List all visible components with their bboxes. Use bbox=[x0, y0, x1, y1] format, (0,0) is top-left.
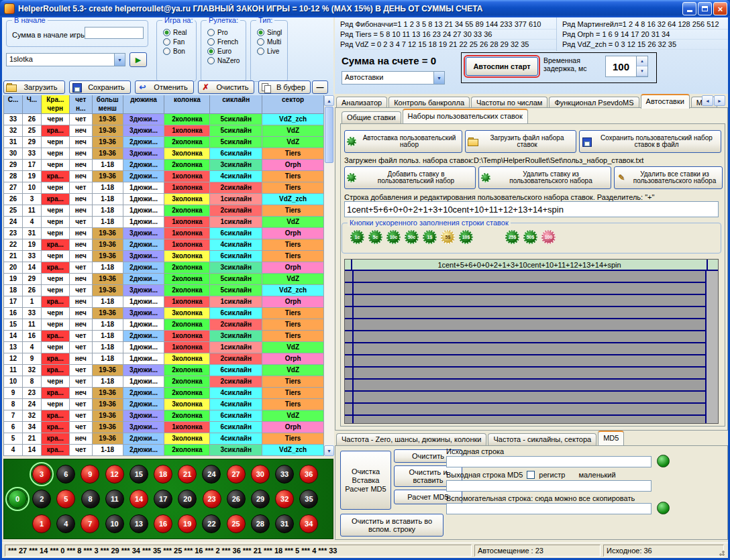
save-button[interactable]: Сохранить bbox=[69, 80, 131, 94]
play-button[interactable]: ▶ bbox=[129, 52, 147, 67]
roulette-number-34[interactable]: 34 bbox=[299, 514, 318, 533]
table-row[interactable]: 732кра...чет19-363дюжи...2колонка6сиклай… bbox=[4, 410, 324, 422]
table-row[interactable]: 521кра...неч19-362дюжи...3колонка4сиклай… bbox=[4, 433, 324, 445]
tab-частота-сиклайны-сектора[interactable]: Частота - сиклайны, сектора bbox=[488, 433, 596, 445]
table-row[interactable]: 1132кра...чет19-363дюжи...2колонка6сикла… bbox=[4, 365, 324, 376]
scroll-thumb[interactable] bbox=[325, 107, 333, 163]
roulette-number-29[interactable]: 29 bbox=[251, 490, 270, 508]
roulette-number-14[interactable]: 14 bbox=[129, 490, 148, 508]
bet-list-row[interactable] bbox=[345, 283, 718, 295]
scroll-up-button[interactable]: ▲ bbox=[324, 95, 334, 106]
bet-list-row[interactable] bbox=[345, 319, 718, 331]
collapse-button[interactable]: — bbox=[312, 80, 328, 94]
bet-list-row[interactable] bbox=[345, 295, 718, 307]
remove-all-bets-button[interactable]: Удалить все ставки из пользовательского … bbox=[614, 166, 723, 189]
dropdown-arrow-icon[interactable]: ▼ bbox=[114, 54, 125, 66]
scroll-down-button[interactable]: ▼ bbox=[324, 445, 334, 456]
roulette-number-17[interactable]: 17 bbox=[154, 490, 172, 508]
chip-button-10$[interactable]: 10$ bbox=[459, 230, 473, 244]
bet-list-row[interactable] bbox=[345, 380, 718, 392]
start-sum-input[interactable] bbox=[85, 27, 144, 39]
copy-to-buffer-button[interactable]: В буфер bbox=[258, 80, 311, 94]
table-row[interactable]: 1929черннеч19-362дюжи...2колонка5сиклайн… bbox=[4, 274, 324, 285]
bet-list-scroll-strip[interactable] bbox=[707, 271, 718, 423]
resize-grip[interactable] bbox=[719, 549, 727, 557]
md5-clear-paste-helper-button[interactable]: Очистить и вставить во вспом. строку bbox=[340, 514, 444, 537]
load-bet-set-file-button[interactable]: Загрузить файл набора ставок bbox=[465, 130, 576, 153]
roulette-number-8[interactable]: 8 bbox=[81, 490, 100, 508]
md5-output-input[interactable] bbox=[446, 480, 651, 492]
roulette-number-10[interactable]: 10 bbox=[105, 514, 124, 533]
close-button[interactable]: × bbox=[713, 2, 727, 15]
table-row[interactable]: 2219кра...неч19-362дюжи...1колонка4сикла… bbox=[4, 239, 324, 251]
roulette-number-23[interactable]: 23 bbox=[203, 490, 221, 508]
bet-list-row[interactable] bbox=[345, 307, 718, 319]
table-row[interactable]: 414кра...чет1-182дюжи...2колонка3сиклайн… bbox=[4, 445, 324, 456]
roulette-number-33[interactable]: 33 bbox=[275, 465, 294, 484]
roulette-number-24[interactable]: 24 bbox=[202, 465, 221, 484]
table-row[interactable]: 1633черннеч19-363дюжи...3колонка6сиклайн… bbox=[4, 308, 324, 319]
table-row[interactable]: 1511черннеч1-181дюжи...2колонка2сиклайнT… bbox=[4, 319, 324, 331]
roulette-number-2[interactable]: 2 bbox=[32, 490, 51, 508]
roulette-number-12[interactable]: 12 bbox=[105, 465, 124, 484]
roulette-number-18[interactable]: 18 bbox=[154, 465, 172, 484]
chip-button-5$[interactable]: 5$ bbox=[441, 230, 455, 244]
table-row[interactable]: 244чернчет1-181дюжи...1колонка1сиклайнVd… bbox=[4, 217, 324, 228]
table-row[interactable]: 263кра...неч1-181дюжи...3колонка1сиклайн… bbox=[4, 194, 324, 205]
roulette-number-19[interactable]: 19 bbox=[178, 514, 197, 533]
roulette-number-5[interactable]: 5 bbox=[56, 490, 75, 508]
table-row[interactable]: 3225кра...неч19-363дюжи...1колонка5сикла… bbox=[4, 125, 324, 137]
table-row[interactable]: 1826чернчет19-363дюжи...2колонка5сиклайн… bbox=[4, 285, 324, 296]
table-row[interactable]: 2511черннеч1-181дюжи...2колонка2сиклайнT… bbox=[4, 205, 324, 217]
roulette-number-27[interactable]: 27 bbox=[227, 465, 246, 484]
delay-value[interactable]: 100 bbox=[606, 56, 636, 76]
table-row[interactable]: 3326чернчет19-363дюжи...2колонка5сиклайн… bbox=[4, 114, 324, 125]
spinner-down-icon[interactable]: ▼ bbox=[637, 66, 647, 76]
table-row[interactable]: 2014кра...чет1-182дюжи...2колонка3сиклай… bbox=[4, 262, 324, 274]
roulette-number-7[interactable]: 7 bbox=[81, 514, 99, 533]
slot-combo[interactable]: 1slotka ▼ bbox=[6, 53, 125, 66]
tab-частота-zero-шансы-дюжины-колонки[interactable]: Частота - Zero, шансы, дюжины, колонки bbox=[336, 433, 486, 445]
table-row[interactable]: 3033черннеч19-363дюжи...3колонка6сиклайн… bbox=[4, 148, 324, 160]
autospin-start-button[interactable]: Автоспин старт bbox=[466, 57, 538, 76]
table-row[interactable]: 129кра...неч1-181дюжи...3колонка2сиклайн… bbox=[4, 353, 324, 365]
bet-list-row[interactable] bbox=[345, 355, 718, 368]
register-checkbox[interactable] bbox=[527, 471, 535, 479]
tab-автоставки[interactable]: Автоставки bbox=[641, 94, 690, 109]
roulette-number-16[interactable]: 16 bbox=[154, 514, 172, 533]
roulette-number-9[interactable]: 9 bbox=[81, 465, 99, 484]
roulette-number-4[interactable]: 4 bbox=[56, 514, 75, 533]
roulette-number-35[interactable]: 35 bbox=[299, 490, 318, 508]
table-row[interactable]: 923кра...неч19-362дюжи...2колонка4сиклай… bbox=[4, 388, 324, 399]
chip-button-5c[interactable]: 5c bbox=[368, 230, 382, 244]
remove-bet-button[interactable]: Удалить ставку из пользовательского набо… bbox=[478, 166, 611, 189]
table-row[interactable]: 108чернчет1-181дюжи...2колонка2сиклайнTi… bbox=[4, 376, 324, 388]
bet-list-row[interactable] bbox=[345, 343, 718, 355]
table-scrollbar[interactable]: ▲ ▼ bbox=[324, 95, 334, 456]
chip-button-10c[interactable]: 10c bbox=[386, 230, 401, 244]
table-row[interactable]: 2917черннеч1-182дюжи...2колонка3сиклайнO… bbox=[4, 160, 324, 171]
roulette-number-15[interactable]: 15 bbox=[129, 465, 148, 484]
radio-real[interactable]: Real bbox=[158, 27, 195, 37]
roulette-number-22[interactable]: 22 bbox=[202, 514, 221, 533]
roulette-number-28[interactable]: 28 bbox=[251, 514, 270, 533]
bet-list-row[interactable] bbox=[345, 331, 718, 343]
radio-fan[interactable]: Fan bbox=[158, 37, 195, 46]
minimize-button[interactable] bbox=[682, 2, 696, 15]
clear-button[interactable]: Очистить bbox=[198, 80, 254, 94]
roulette-number-25[interactable]: 25 bbox=[227, 514, 246, 533]
radio-live[interactable]: Live bbox=[252, 46, 286, 56]
md5-helper-chip-button[interactable] bbox=[657, 502, 670, 514]
spinner-up-icon[interactable]: ▲ bbox=[637, 56, 647, 66]
radio-french[interactable]: French bbox=[203, 37, 244, 46]
radio-bon[interactable]: Bon bbox=[158, 46, 195, 56]
md5-source-chip-button[interactable] bbox=[657, 455, 670, 467]
tab-scroll-right-button[interactable]: ► bbox=[714, 95, 725, 106]
md5-helper-input[interactable] bbox=[446, 503, 651, 514]
roulette-number-6[interactable]: 6 bbox=[56, 465, 75, 484]
radio-singl[interactable]: Singl bbox=[252, 27, 286, 37]
roulette-number-36[interactable]: 36 bbox=[299, 465, 318, 484]
chip-button-50$[interactable]: 50$ bbox=[523, 230, 537, 244]
roulette-number-3[interactable]: 3 bbox=[32, 465, 51, 484]
md5-source-input[interactable] bbox=[446, 456, 651, 467]
